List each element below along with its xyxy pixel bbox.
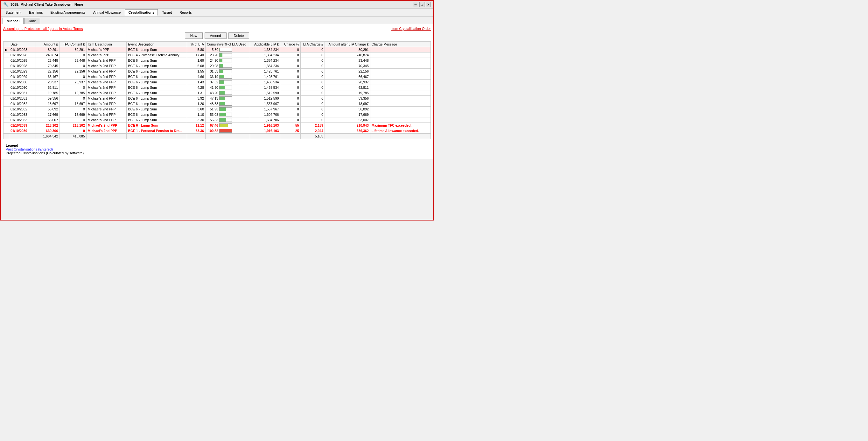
row-amount: 17,669 [36, 112, 60, 117]
row-cum: 51.93 [205, 106, 250, 112]
row-cum: 29.98 [205, 63, 250, 69]
row-tfc: 0 [60, 63, 86, 69]
table-row[interactable]: 01/10/2028 70,345 0 Michael's 2nd PPP BC… [3, 63, 431, 69]
row-arrow [3, 96, 9, 101]
row-lta-charge: 0 [300, 106, 324, 112]
table-row[interactable]: 01/10/2029 66,467 0 Michael's 2nd PPP BC… [3, 74, 431, 80]
row-amount: 213,102 [36, 123, 60, 128]
table-row[interactable]: 01/10/2039 639,306 0 Michael's 2nd PPP B… [3, 128, 431, 134]
table-row[interactable]: 01/10/2039 213,102 213,102 Michael's 2nd… [3, 123, 431, 128]
amend-button[interactable]: Amend [205, 32, 226, 39]
row-tfc: 0 [60, 74, 86, 80]
menu-existing-arrangements[interactable]: Existing Arrangements [47, 9, 89, 15]
table-row[interactable]: 01/10/2031 59,356 0 Michael's 2nd PPP BC… [3, 96, 431, 101]
table-row[interactable]: 01/10/2029 22,156 22,156 Michael's 2nd P… [3, 69, 431, 74]
row-tfc: 0 [60, 106, 86, 112]
row-cum: 36.19 [205, 74, 250, 80]
table-row[interactable]: 01/10/2033 53,007 0 Michael's 2nd PPP BC… [3, 117, 431, 123]
menu-reports[interactable]: Reports [176, 9, 195, 15]
row-lta: 1,384,234 [250, 58, 280, 63]
table-row[interactable]: 01/10/2028 23,448 23,448 Michael's 2nd P… [3, 58, 431, 63]
totals-lta-charge: 5,103 [300, 134, 324, 139]
row-lta-charge: 0 [300, 53, 324, 58]
menu-annual-allowance[interactable]: Annual Allowance [90, 9, 124, 15]
row-date: 01/10/2031 [9, 96, 36, 101]
row-date: 01/10/2033 [9, 117, 36, 123]
row-cum: 47.13 [205, 96, 250, 101]
row-after-charge: 636,362 [324, 128, 370, 134]
table-row[interactable]: 01/10/2032 56,092 0 Michael's 2nd PPP BC… [3, 106, 431, 112]
col-header-tfc: TFC Content £ [60, 42, 86, 47]
menu-earnings[interactable]: Earnings [26, 9, 46, 15]
table-row[interactable]: 01/10/2030 62,811 0 Michael's 2nd PPP BC… [3, 85, 431, 90]
row-lta: 1,425,761 [250, 69, 280, 74]
new-button[interactable]: New [185, 32, 203, 39]
tab-michael[interactable]: Michael [3, 18, 24, 24]
row-item: Michael's 2nd PPP [86, 69, 127, 74]
row-item: Michael's 2nd PPP [86, 112, 127, 117]
row-lta-charge: 0 [300, 85, 324, 90]
row-item: Michael's 2nd PPP [86, 74, 127, 80]
item-cryst-link[interactable]: Item Crystallisation Order [391, 27, 431, 31]
row-tfc: 0 [60, 53, 86, 58]
row-charge-pct: 0 [280, 74, 300, 80]
row-date: 01/10/2029 [9, 69, 36, 74]
row-lta-charge: 0 [300, 63, 324, 69]
row-amount: 22,156 [36, 69, 60, 74]
row-cum: 24.90 [205, 58, 250, 63]
row-event: BCE 6 - Lump Sum [127, 112, 187, 117]
menu-crystallisations[interactable]: Crystallisations [125, 9, 158, 15]
table-row[interactable]: 01/10/2030 20,937 20,937 Michael's 2nd P… [3, 80, 431, 85]
row-date: 01/10/2031 [9, 90, 36, 96]
row-cum: 41.90 [205, 85, 250, 90]
row-charge-pct: 0 [280, 101, 300, 106]
row-pct-lta: 1.31 [187, 90, 205, 96]
row-after-charge: 62,811 [324, 85, 370, 90]
delete-button[interactable]: Delete [228, 32, 249, 39]
row-msg [370, 96, 431, 101]
table-row[interactable]: 01/10/2032 18,697 18,697 Michael's 2nd P… [3, 101, 431, 106]
row-arrow [3, 117, 9, 123]
menu-target[interactable]: Target [158, 9, 175, 15]
row-pct-lta: 1.55 [187, 69, 205, 74]
row-event: BCE 6 - Lump Sum [127, 117, 187, 123]
row-item: Michael's PPP [86, 47, 127, 53]
col-header-after-charge: Amount after LTA Charge £ [324, 42, 370, 47]
menu-statement[interactable]: Statement [2, 9, 25, 15]
row-amount: 56,092 [36, 106, 60, 112]
row-arrow [3, 69, 9, 74]
row-date: 01/10/2032 [9, 106, 36, 112]
minimize-button[interactable]: ─ [413, 2, 418, 7]
row-event: BCE 6 - Lump Sum [127, 63, 187, 69]
row-after-charge: 70,345 [324, 63, 370, 69]
row-charge-pct: 0 [280, 117, 300, 123]
maximize-button[interactable]: □ [420, 2, 425, 7]
tab-jane[interactable]: Jane [24, 18, 40, 24]
row-event: BCE 4 - Purchase Lifetime Annuity [127, 53, 187, 58]
row-pct-lta: 17.40 [187, 53, 205, 58]
table-row[interactable]: 01/10/2028 240,874 0 Michael's PPP BCE 4… [3, 53, 431, 58]
totals-amount: 1,664,342 [36, 134, 60, 139]
row-pct-lta: 11.12 [187, 123, 205, 128]
table-row[interactable]: 01/10/2031 19,785 19,785 Michael's 2nd P… [3, 90, 431, 96]
row-charge-pct: 0 [280, 112, 300, 117]
row-cum: 31.53 [205, 69, 250, 74]
totals-label [9, 134, 36, 139]
warning-text[interactable]: Assuming no Protection - all figures in … [3, 27, 83, 31]
col-header-date: Date [9, 42, 36, 47]
row-after-charge: 20,937 [324, 80, 370, 85]
close-button[interactable]: ✕ [426, 2, 431, 7]
crystallisations-table: Date Amount £ TFC Content £ Item Descrip… [3, 41, 431, 139]
row-charge-pct: 0 [280, 58, 300, 63]
row-event: BCE 6 - Lump Sum [127, 69, 187, 74]
content-area: Assuming no Protection - all figures in … [1, 24, 433, 159]
row-lta: 1,604,706 [250, 117, 280, 123]
row-msg [370, 74, 431, 80]
table-row[interactable]: ▶ 01/10/2028 80,291 80,291 Michael's PPP… [3, 47, 431, 53]
row-charge-pct: 0 [280, 85, 300, 90]
row-lta: 1,384,234 [250, 53, 280, 58]
table-row[interactable]: 01/10/2033 17,669 17,669 Michael's 2nd P… [3, 112, 431, 117]
row-item: Michael's 2nd PPP [86, 90, 127, 96]
row-amount: 80,291 [36, 47, 60, 53]
row-amount: 66,467 [36, 74, 60, 80]
